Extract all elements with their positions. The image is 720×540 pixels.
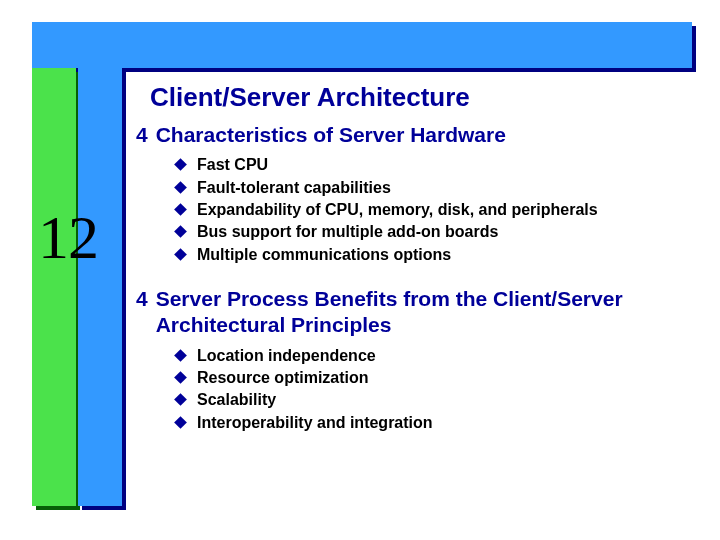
- list-item-text: Multiple communications options: [197, 244, 451, 266]
- section-heading: 4 Characteristics of Server Hardware: [136, 122, 696, 148]
- list-item: Bus support for multiple add-on boards: [176, 221, 696, 243]
- diamond-bullet-icon: [174, 416, 187, 429]
- slide-title: Client/Server Architecture: [150, 82, 470, 113]
- header-band-main: [32, 22, 692, 68]
- list-item-text: Location independence: [197, 345, 376, 367]
- sub-list: Location independence Resource optimizat…: [176, 345, 696, 435]
- number-bullet-icon: 4: [136, 122, 148, 148]
- side-column-blue: [78, 68, 122, 506]
- diamond-bullet-icon: [174, 158, 187, 171]
- list-item: Interoperability and integration: [176, 412, 696, 434]
- list-item-text: Interoperability and integration: [197, 412, 433, 434]
- list-item: Resource optimization: [176, 367, 696, 389]
- section-heading-text: Characteristics of Server Hardware: [156, 122, 506, 148]
- number-bullet-icon: 4: [136, 286, 148, 312]
- list-item-text: Fault-tolerant capabilities: [197, 177, 391, 199]
- header-band: [32, 22, 692, 68]
- diamond-bullet-icon: [174, 394, 187, 407]
- section-heading: 4 Server Process Benefits from the Clien…: [136, 286, 696, 339]
- list-item: Expandability of CPU, memory, disk, and …: [176, 199, 696, 221]
- diamond-bullet-icon: [174, 248, 187, 261]
- side-column-green: [32, 68, 76, 506]
- list-item-text: Expandability of CPU, memory, disk, and …: [197, 199, 598, 221]
- diamond-bullet-icon: [174, 371, 187, 384]
- list-item-text: Fast CPU: [197, 154, 268, 176]
- sub-list: Fast CPU Fault-tolerant capabilities Exp…: [176, 154, 696, 266]
- list-item: Multiple communications options: [176, 244, 696, 266]
- side-column-blue-main: [78, 68, 122, 506]
- chapter-number: 12: [38, 202, 98, 273]
- diamond-bullet-icon: [174, 203, 187, 216]
- side-column-green-main: [32, 68, 76, 506]
- list-item: Scalability: [176, 389, 696, 411]
- list-item: Fast CPU: [176, 154, 696, 176]
- list-item-text: Bus support for multiple add-on boards: [197, 221, 498, 243]
- diamond-bullet-icon: [174, 181, 187, 194]
- list-item: Fault-tolerant capabilities: [176, 177, 696, 199]
- section-heading-text: Server Process Benefits from the Client/…: [156, 286, 696, 339]
- content-area: 4 Characteristics of Server Hardware Fas…: [136, 122, 696, 454]
- list-item: Location independence: [176, 345, 696, 367]
- diamond-bullet-icon: [174, 226, 187, 239]
- list-item-text: Scalability: [197, 389, 276, 411]
- list-item-text: Resource optimization: [197, 367, 369, 389]
- diamond-bullet-icon: [174, 349, 187, 362]
